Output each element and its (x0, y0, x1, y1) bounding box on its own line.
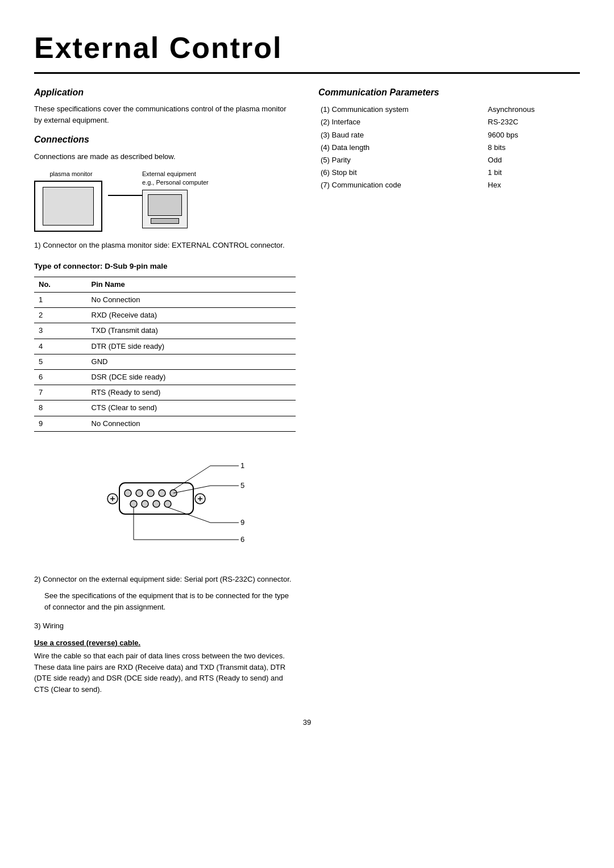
table-row: (3) Baud rate9600 bps (318, 129, 580, 141)
table-row: (5) ParityOdd (318, 154, 580, 166)
right-column: Communication Parameters (1) Communicati… (318, 86, 580, 700)
table-row: 7RTS (Ready to send) (34, 385, 296, 400)
svg-point-6 (130, 500, 137, 507)
svg-text:5: 5 (240, 481, 244, 490)
pin-name: No Connection (87, 416, 296, 431)
col-no: No. (34, 277, 87, 292)
comm-params-heading: Communication Parameters (318, 86, 580, 99)
wiring-body: Wire the cable so that each pair of data… (34, 650, 296, 695)
wiring-subheading: Use a crossed (reverse) cable. (34, 637, 296, 649)
pin-name: TXD (Transmit data) (87, 323, 296, 339)
left-column: Application These specifications cover t… (34, 86, 296, 700)
pin-number: 8 (34, 400, 87, 416)
table-row: 8CTS (Clear to send) (34, 400, 296, 416)
svg-line-19 (173, 486, 210, 493)
svg-point-3 (147, 490, 154, 496)
table-row: (4) Data length8 bits (318, 141, 580, 154)
svg-line-22 (168, 507, 210, 523)
pin-number: 7 (34, 385, 87, 400)
table-row: (6) Stop bit1 bit (318, 166, 580, 179)
table-row: (7) Communication codeHex (318, 179, 580, 191)
wiring-number: 3) Wiring (34, 620, 296, 632)
pin-number: 5 (34, 354, 87, 369)
ext-base-icon (151, 218, 179, 224)
comm-param-value: 9600 bps (476, 129, 580, 141)
comm-param-label: (7) Communication code (318, 179, 476, 191)
table-row: 3TXD (Transmit data) (34, 323, 296, 339)
table-row: 5GND (34, 354, 296, 369)
comm-param-label: (3) Baud rate (318, 129, 476, 141)
diagram-label-left: plasma monitor (34, 170, 108, 178)
comm-param-value: 1 bit (476, 166, 580, 179)
dsub-diagram: 1 5 9 6 (74, 449, 256, 562)
comm-params-table: (1) Communication systemAsynchronous(2) … (318, 103, 580, 191)
ext-screen-icon (148, 194, 182, 216)
comm-param-label: (2) Interface (318, 116, 476, 128)
svg-text:1: 1 (240, 461, 244, 470)
plasma-monitor-icon (34, 181, 102, 232)
note2-section: 2) Connector on the external equipment s… (34, 574, 296, 613)
pin-number: 6 (34, 369, 87, 385)
table-row: (2) InterfaceRS-232C (318, 116, 580, 128)
connections-heading: Connections (34, 133, 296, 146)
pin-name: DSR (DCE side ready) (87, 369, 296, 385)
table-row: 1No Connection (34, 293, 296, 308)
pin-name: DTR (DTE side ready) (87, 339, 296, 354)
comm-param-label: (5) Parity (318, 154, 476, 166)
page-number: 39 (34, 717, 580, 728)
title-divider (34, 72, 580, 74)
pin-name: No Connection (87, 293, 296, 308)
connection-line-icon (108, 195, 142, 196)
pin-number: 3 (34, 323, 87, 339)
pin-number: 9 (34, 416, 87, 431)
application-heading: Application (34, 86, 296, 99)
connections-body: Connections are made as described below. (34, 151, 296, 162)
svg-point-4 (159, 490, 165, 496)
note2-text: 2) Connector on the external equipment s… (34, 574, 296, 585)
comm-param-label: (6) Stop bit (318, 166, 476, 179)
wiring-section: 3) Wiring Use a crossed (reverse) cable.… (34, 620, 296, 695)
pin-number: 4 (34, 339, 87, 354)
svg-rect-0 (119, 483, 193, 514)
connector-table: No. Pin Name 1No Connection2RXD (Receive… (34, 277, 296, 432)
svg-point-7 (142, 500, 148, 507)
comm-param-value: Asynchronous (476, 103, 580, 116)
table-row: 9No Connection (34, 416, 296, 431)
diagram-label-right: External equipment e.g., Personal comput… (142, 170, 210, 187)
pin-name: RXD (Receive data) (87, 308, 296, 323)
note2-text-b: See the specifications of the equipment … (44, 590, 296, 612)
table-row: (1) Communication systemAsynchronous (318, 103, 580, 116)
application-body: These specifications cover the communica… (34, 103, 296, 126)
dsub-svg: 1 5 9 6 (74, 449, 256, 562)
svg-text:9: 9 (240, 518, 244, 527)
connections-diagram: plasma monitor External equipment e.g., … (34, 170, 296, 232)
svg-point-9 (164, 500, 171, 507)
comm-param-label: (1) Communication system (318, 103, 476, 116)
page-title: External Control (34, 27, 580, 69)
monitor-screen-icon (43, 187, 94, 226)
comm-param-value: Hex (476, 179, 580, 191)
svg-point-1 (125, 490, 131, 496)
connector-note: 1) Connector on the plasma monitor side:… (34, 240, 296, 251)
external-equipment-icon (142, 190, 188, 228)
comm-param-value: 8 bits (476, 141, 580, 154)
table-row: 4DTR (DTE side ready) (34, 339, 296, 354)
svg-point-8 (153, 500, 160, 507)
pin-name: RTS (Ready to send) (87, 385, 296, 400)
svg-point-2 (136, 490, 143, 496)
pin-name: GND (87, 354, 296, 369)
connector-type-heading: Type of connector: D-Sub 9-pin male (34, 261, 296, 272)
pin-number: 2 (34, 308, 87, 323)
table-row: 2RXD (Receive data) (34, 308, 296, 323)
comm-param-label: (4) Data length (318, 141, 476, 154)
comm-param-value: RS-232C (476, 116, 580, 128)
svg-line-16 (173, 466, 210, 490)
pin-name: CTS (Clear to send) (87, 400, 296, 416)
pin-number: 1 (34, 293, 87, 308)
svg-text:6: 6 (240, 535, 244, 544)
table-row: 6DSR (DCE side ready) (34, 369, 296, 385)
col-pin-name: Pin Name (87, 277, 296, 292)
comm-param-value: Odd (476, 154, 580, 166)
